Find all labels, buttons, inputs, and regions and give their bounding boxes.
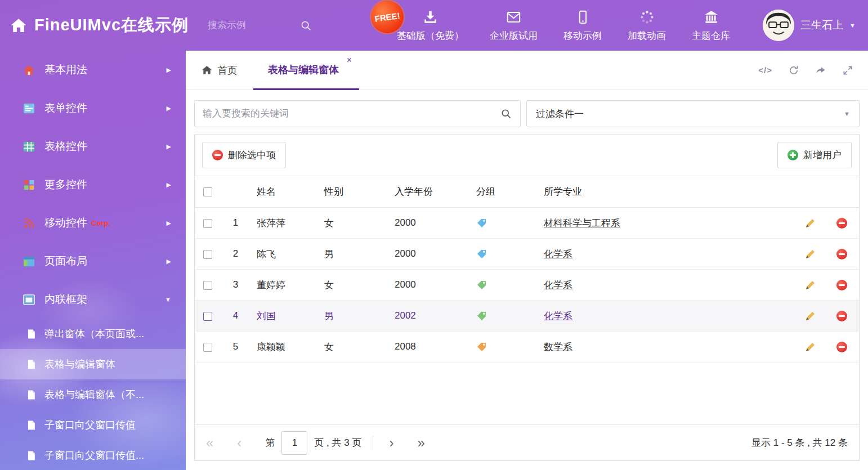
- nav-mobile-demo[interactable]: 移动示例: [563, 8, 602, 42]
- cell-gender: 男: [316, 310, 386, 323]
- home-icon: [202, 65, 212, 75]
- refresh-icon[interactable]: [788, 65, 799, 76]
- expand-icon[interactable]: [842, 65, 853, 76]
- nav-basic-free[interactable]: FREE! 基础版（免费）: [397, 8, 464, 42]
- row-checkbox[interactable]: [203, 281, 212, 290]
- major-link[interactable]: 化学系: [544, 311, 572, 321]
- top-search-input[interactable]: [208, 20, 293, 31]
- cell-year: 2002: [386, 310, 468, 321]
- cell-name: 刘国: [248, 310, 316, 323]
- search-icon[interactable]: [300, 20, 312, 32]
- column-header-year: 入学年份: [386, 185, 468, 198]
- tag-icon: [476, 341, 487, 352]
- sidebar-subitem-popup-window[interactable]: 弹出窗体（本页面或...: [0, 319, 186, 349]
- edit-icon[interactable]: [804, 341, 816, 353]
- close-icon[interactable]: ×: [347, 56, 352, 65]
- search-button[interactable]: [492, 101, 520, 127]
- last-page-icon[interactable]: »: [417, 436, 424, 450]
- filter-row: 过滤条件一 ▼: [186, 90, 868, 134]
- sidebar-subitem-grid-edit-window-2[interactable]: 表格与编辑窗体（不...: [0, 379, 186, 410]
- sidebar-item-basic-usage[interactable]: 基本用法 ▶: [0, 51, 186, 89]
- sidebar-item-grid-controls[interactable]: 表格控件 ▶: [0, 127, 186, 165]
- nav-label: 移动示例: [563, 29, 602, 42]
- bank-icon: [704, 10, 719, 25]
- edit-icon[interactable]: [804, 279, 816, 291]
- major-link[interactable]: 化学系: [544, 249, 572, 259]
- tab-home[interactable]: 首页: [186, 51, 253, 89]
- sidebar-subitem-child-to-parent[interactable]: 子窗口向父窗口传值: [0, 410, 186, 440]
- tab-grid-edit-window[interactable]: 表格与编辑窗体 ×: [253, 51, 359, 90]
- row-number: 5: [223, 341, 248, 352]
- sidebar-item-more-controls[interactable]: 更多控件 ▶: [0, 165, 186, 204]
- row-checkbox[interactable]: [203, 312, 212, 321]
- major-link[interactable]: 数学系: [544, 342, 572, 352]
- filter-dropdown[interactable]: 过滤条件一 ▼: [526, 100, 860, 127]
- avatar: [763, 10, 794, 41]
- sidebar-subitem-label: 表格与编辑窗体（不...: [44, 388, 144, 401]
- sidebar-item-mobile-controls[interactable]: 移动控件 Corp. ▶: [0, 204, 186, 242]
- sidebar-subitem-label: 表格与编辑窗体: [44, 357, 115, 371]
- row-number: 1: [223, 217, 248, 229]
- sidebar-item-form-controls[interactable]: 表单控件 ▶: [0, 89, 186, 127]
- delete-icon[interactable]: [836, 311, 847, 321]
- cell-gender: 女: [316, 341, 386, 353]
- column-header-gender: 性别: [316, 185, 386, 198]
- sidebar-subitem-grid-edit-window[interactable]: 表格与编辑窗体: [0, 349, 186, 379]
- sidebar-item-label: 更多控件: [44, 177, 87, 192]
- edit-icon[interactable]: [804, 310, 816, 322]
- sidebar-item-label: 基本用法: [44, 62, 87, 77]
- tab-actions: </>: [758, 51, 868, 89]
- sidebar-item-label: 表格控件: [44, 139, 87, 154]
- row-checkbox[interactable]: [203, 250, 212, 259]
- first-page-icon[interactable]: «: [206, 436, 213, 450]
- top-header: FineUIMvc在线示例 FREE! 基础版（免费） 企业版试用 移动示例 加…: [0, 0, 868, 51]
- corp-badge: Corp.: [91, 219, 110, 227]
- next-page-icon[interactable]: ›: [389, 436, 393, 450]
- major-link[interactable]: 材料科学与工程系: [544, 218, 620, 229]
- sidebar-item-iframe[interactable]: 内联框架 ▼: [0, 280, 186, 319]
- envelope-icon: [506, 10, 521, 25]
- nav-label: 企业版试用: [490, 29, 538, 42]
- delete-icon[interactable]: [836, 342, 847, 352]
- table-row-selected: 4 刘国 男 2002 化学系: [195, 301, 859, 332]
- sidebar-subitem-child-to-parent-2[interactable]: 子窗口向父窗口传值...: [0, 440, 186, 470]
- nav-loading-animation[interactable]: 加载动画: [628, 8, 666, 42]
- keyword-search: [194, 100, 521, 127]
- delete-icon[interactable]: [836, 249, 847, 259]
- keyword-search-input[interactable]: [195, 108, 492, 119]
- cell-year: 2008: [386, 341, 468, 352]
- cell-gender: 男: [316, 248, 386, 261]
- blocks-icon: [23, 178, 35, 191]
- delete-selected-button[interactable]: 删除选中项: [202, 142, 286, 168]
- nav-enterprise-trial[interactable]: 企业版试用: [490, 8, 538, 42]
- row-checkbox[interactable]: [203, 219, 212, 228]
- file-icon: [26, 420, 37, 431]
- page-total-label: 页 , 共 3 页: [314, 436, 361, 449]
- row-checkbox[interactable]: [203, 343, 212, 352]
- edit-icon[interactable]: [804, 217, 816, 229]
- delete-icon[interactable]: [836, 280, 847, 290]
- app-brand[interactable]: FineUIMvc在线示例: [0, 14, 189, 37]
- prev-page-icon[interactable]: ‹: [237, 436, 241, 450]
- sidebar-item-page-layout[interactable]: 页面布局 ▶: [0, 242, 186, 280]
- delete-icon[interactable]: [836, 218, 847, 229]
- frame-icon: [23, 293, 35, 306]
- table-icon: [23, 140, 35, 153]
- sidebar-subitem-label: 弹出窗体（本页面或...: [44, 327, 144, 341]
- source-code-icon[interactable]: </>: [758, 65, 772, 75]
- select-all-checkbox[interactable]: [203, 187, 212, 196]
- grid-toolbar: 删除选中项 新增用户: [195, 135, 859, 176]
- user-name: 三生石上: [800, 18, 843, 33]
- button-label: 删除选中项: [228, 149, 276, 162]
- top-nav: FREE! 基础版（免费） 企业版试用 移动示例 加载动画 主题仓库: [397, 8, 730, 42]
- add-user-button[interactable]: 新增用户: [777, 142, 852, 168]
- tab-label: 首页: [217, 64, 238, 77]
- chevron-right-icon: ▶: [167, 181, 171, 189]
- app-title: FineUIMvc在线示例: [34, 14, 189, 37]
- major-link[interactable]: 化学系: [544, 280, 572, 290]
- page-number-input[interactable]: [281, 431, 307, 455]
- share-arrow-icon[interactable]: [815, 65, 826, 76]
- edit-icon[interactable]: [804, 248, 816, 260]
- nav-theme-repo[interactable]: 主题仓库: [692, 8, 730, 42]
- user-menu[interactable]: 三生石上 ▼: [763, 10, 856, 41]
